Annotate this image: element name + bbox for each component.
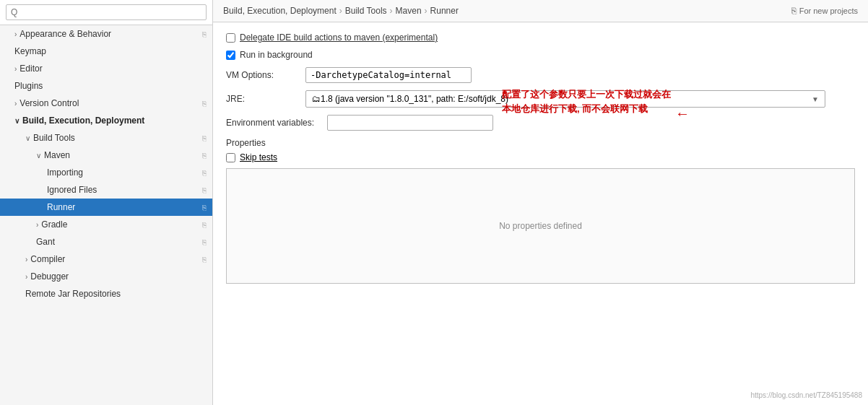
- sidebar-item-compiler[interactable]: › Compiler ⎘: [0, 251, 212, 268]
- sidebar-item-plugins[interactable]: Plugins: [0, 77, 212, 95]
- jre-value-text: 1.8 (java version "1.8.0_131", path: E:/…: [321, 94, 812, 104]
- for-new-projects: ⎘ For new projects: [791, 6, 858, 16]
- sidebar-item-label: Gant: [36, 237, 55, 247]
- skip-tests-row: Skip tests: [226, 152, 855, 162]
- delegate-checkbox[interactable]: [226, 33, 235, 43]
- for-new-projects-label: For new projects: [799, 6, 858, 15]
- sidebar-item-runner[interactable]: Runner ⎘: [0, 199, 212, 216]
- page-icon: ⎘: [202, 134, 207, 142]
- page-icon: ⎘: [202, 152, 207, 160]
- delegate-label-text: Delegate IDE build actions to maven (exp…: [240, 32, 438, 43]
- sidebar-item-remote-jar[interactable]: Remote Jar Repositories: [0, 285, 212, 302]
- page-icon: ⎘: [202, 238, 207, 246]
- page-icon: ⎘: [791, 6, 797, 16]
- settings-body: Delegate IDE build actions to maven (exp…: [213, 22, 868, 405]
- jre-row: JRE: 🗂 1.8 (java version "1.8.0_131", pa…: [226, 90, 855, 108]
- sidebar-item-label: Debugger: [30, 271, 69, 282]
- page-icon: ⎘: [202, 186, 207, 194]
- properties-section: Properties Skip tests No properties defi…: [226, 138, 855, 284]
- skip-tests-label: Skip tests: [240, 152, 277, 162]
- env-variables-label: Environment variables:: [226, 118, 327, 128]
- no-properties-text: No properties defined: [499, 221, 582, 231]
- properties-label: Properties: [226, 138, 855, 148]
- expand-arrow: ›: [14, 30, 17, 38]
- page-icon: ⎘: [202, 169, 207, 177]
- breadcrumb-sep-1: ›: [339, 6, 342, 16]
- skip-tests-checkbox[interactable]: [226, 153, 235, 162]
- sidebar-item-importing[interactable]: Importing ⎘: [0, 164, 212, 181]
- run-in-background-row: Run in background: [226, 50, 855, 60]
- delegate-label[interactable]: Delegate IDE build actions to maven (exp…: [226, 32, 438, 43]
- expand-arrow: ›: [14, 100, 17, 108]
- sidebar-item-ignored-files[interactable]: Ignored Files ⎘: [0, 181, 212, 199]
- breadcrumb-part-1: Build, Execution, Deployment: [223, 6, 337, 16]
- sidebar-item-label: Compiler: [30, 254, 65, 264]
- breadcrumb-sep-3: ›: [425, 6, 428, 16]
- breadcrumb-part-4: Runner: [430, 6, 459, 16]
- page-icon: ⎘: [202, 30, 207, 38]
- env-variables-input[interactable]: [327, 115, 493, 131]
- expand-arrow: ∨: [36, 152, 41, 160]
- page-icon: ⎘: [202, 100, 207, 108]
- page-icon: ⎘: [202, 221, 207, 229]
- expand-arrow: ›: [25, 256, 27, 264]
- watermark: https://blog.csdn.net/TZ845195488: [750, 391, 862, 399]
- env-variables-row: Environment variables:: [226, 115, 855, 131]
- breadcrumb-bar: Build, Execution, Deployment › Build Too…: [213, 0, 868, 22]
- sidebar-item-label: Ignored Files: [47, 185, 97, 195]
- page-icon: ⎘: [202, 256, 207, 264]
- sidebar-item-label: Importing: [47, 167, 83, 178]
- run-in-background-text: Run in background: [240, 50, 313, 60]
- jre-icon: 🗂: [312, 94, 321, 104]
- sidebar-item-label: Plugins: [14, 81, 43, 91]
- sidebar: › Appearance & Behavior ⎘ Keymap › Edito…: [0, 0, 213, 405]
- sidebar-item-debugger[interactable]: › Debugger: [0, 268, 212, 285]
- sidebar-item-label: Keymap: [14, 46, 46, 56]
- delegate-row: Delegate IDE build actions to maven (exp…: [226, 32, 855, 43]
- vm-options-row: VM Options:: [226, 67, 855, 83]
- sidebar-item-gant[interactable]: Gant ⎘: [0, 233, 212, 251]
- sidebar-item-label: Build, Execution, Deployment: [22, 116, 144, 126]
- breadcrumb-part-2: Build Tools: [345, 6, 387, 16]
- expand-arrow: ∨: [14, 117, 19, 125]
- properties-table: No properties defined: [226, 168, 855, 284]
- run-in-background-label[interactable]: Run in background: [226, 50, 327, 60]
- sidebar-item-build-exec-deploy[interactable]: ∨ Build, Execution, Deployment: [0, 112, 212, 129]
- breadcrumb-part-3: Maven: [396, 6, 422, 16]
- search-input[interactable]: [6, 4, 207, 20]
- dropdown-arrow-icon: ▼: [812, 95, 819, 103]
- page-icon: ⎘: [202, 204, 207, 212]
- sidebar-item-version-control[interactable]: › Version Control ⎘: [0, 95, 212, 112]
- sidebar-item-label: Editor: [19, 64, 42, 74]
- sidebar-item-build-tools[interactable]: ∨ Build Tools ⎘: [0, 129, 212, 147]
- sidebar-item-keymap[interactable]: Keymap: [0, 43, 212, 60]
- search-box[interactable]: [0, 0, 212, 25]
- sidebar-item-label: Appearance & Behavior: [19, 29, 111, 39]
- sidebar-item-label: Maven: [44, 150, 70, 160]
- sidebar-item-gradle[interactable]: › Gradle ⎘: [0, 216, 212, 233]
- breadcrumb: Build, Execution, Deployment › Build Too…: [223, 6, 459, 16]
- sidebar-item-label: Remote Jar Repositories: [25, 289, 121, 299]
- vm-options-label: VM Options:: [226, 70, 305, 80]
- sidebar-item-editor[interactable]: › Editor: [0, 60, 212, 77]
- expand-arrow: ›: [25, 273, 27, 281]
- expand-arrow: ›: [14, 65, 17, 73]
- sidebar-item-label: Gradle: [41, 219, 67, 230]
- jre-select[interactable]: 🗂 1.8 (java version "1.8.0_131", path: E…: [305, 90, 825, 108]
- sidebar-item-label: Version Control: [19, 98, 79, 108]
- main-content: Build, Execution, Deployment › Build Too…: [213, 0, 868, 405]
- run-in-background-checkbox[interactable]: [226, 51, 235, 60]
- jre-label: JRE:: [226, 94, 305, 104]
- vm-options-input[interactable]: [305, 67, 472, 83]
- sidebar-item-label: Runner: [47, 202, 75, 212]
- breadcrumb-sep-2: ›: [390, 6, 393, 16]
- sidebar-item-label: Build Tools: [33, 133, 75, 143]
- expand-arrow: ∨: [25, 134, 30, 142]
- sidebar-item-maven[interactable]: ∨ Maven ⎘: [0, 147, 212, 164]
- sidebar-item-appearance[interactable]: › Appearance & Behavior ⎘: [0, 25, 212, 43]
- expand-arrow: ›: [36, 221, 38, 229]
